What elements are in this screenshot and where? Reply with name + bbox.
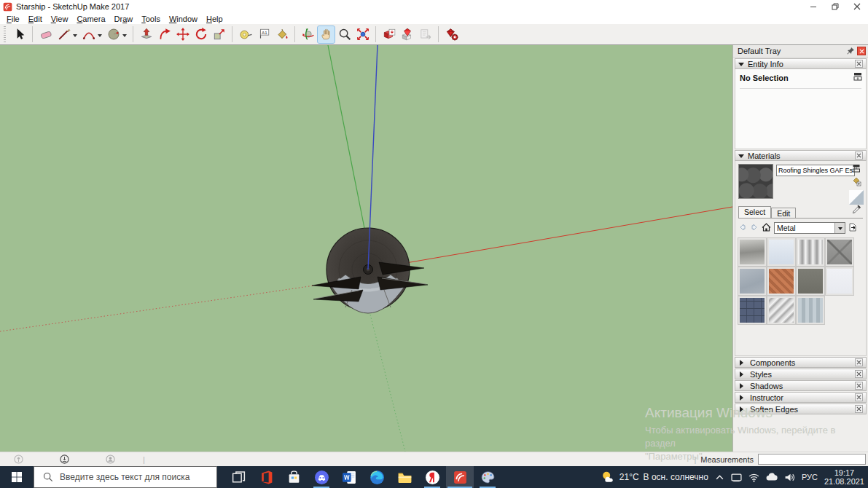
menu-view[interactable]: View [47,15,73,23]
chevron-down-icon[interactable] [834,223,845,233]
section-soften-edges[interactable]: Soften Edges [735,404,867,414]
section-close-icon[interactable] [855,382,863,390]
search-input[interactable] [60,472,202,482]
tablet-icon[interactable] [731,473,742,482]
share-component-tool-icon[interactable] [417,26,434,43]
taskbar-explorer-icon[interactable] [391,466,418,488]
tab-edit[interactable]: Edit [771,208,796,218]
details-arrow-icon[interactable] [848,223,857,233]
section-shadows[interactable]: Shadows [735,380,867,391]
zoom-extents-tool-icon[interactable] [354,26,371,43]
chevron-up-icon[interactable] [715,473,724,482]
taskbar-search[interactable] [34,466,217,488]
taskbar-task-view-icon[interactable] [224,466,252,488]
forward-arrow-icon[interactable] [750,223,759,233]
material-swatch-6[interactable] [767,267,795,295]
section-close-icon[interactable] [855,393,863,401]
paint-bucket-tool-icon[interactable] [273,26,290,43]
scale-tool-icon[interactable] [211,26,227,43]
material-swatch-11[interactable] [797,296,824,324]
text-tool-icon[interactable]: A1 [255,26,272,43]
menu-help[interactable]: Help [202,15,227,23]
entity-info-close-icon[interactable] [855,60,863,68]
credits-icon[interactable] [60,454,69,464]
select-tool-icon[interactable] [11,26,28,43]
circle-dropdown-icon[interactable] [122,34,127,39]
material-swatch-4[interactable] [826,238,853,266]
material-swatch-8[interactable] [826,267,853,295]
menu-camera[interactable]: Camera [72,15,109,23]
pan-tool-icon[interactable] [318,26,335,43]
tab-select[interactable]: Select [738,206,771,218]
menu-file[interactable]: File [2,15,24,23]
toolbar-grip[interactable] [4,26,6,42]
details-toggle-icon[interactable] [853,72,862,82]
rotate-tool-icon[interactable] [192,26,209,43]
taskbar-discord-icon[interactable] [308,466,335,488]
get-models-tool-icon[interactable] [380,26,397,43]
section-close-icon[interactable] [855,405,863,413]
onedrive-cloud-icon[interactable] [766,473,778,481]
starship-model[interactable] [312,228,428,313]
arc-dropdown-icon[interactable] [98,34,102,39]
geolocation-icon[interactable] [14,454,23,464]
material-name-input[interactable] [776,165,855,176]
sign-in-icon[interactable] [106,454,115,464]
start-button[interactable] [0,466,34,488]
viewport[interactable] [0,45,732,452]
move-tool-icon[interactable] [174,26,191,43]
in-model-home-icon[interactable] [762,223,771,233]
material-swatch-1[interactable] [738,238,766,266]
menu-draw[interactable]: Draw [110,15,138,23]
taskbar-store-icon[interactable] [280,466,308,488]
collection-dropdown[interactable]: Metal [774,222,845,234]
section-close-icon[interactable] [855,358,863,366]
material-swatch-3[interactable] [797,238,824,266]
taskbar-sketchup-icon[interactable] [446,466,474,488]
extension-warehouse-tool-icon[interactable] [443,26,460,43]
secondary-pane-icon[interactable] [852,164,861,174]
tape-measure-tool-icon[interactable] [237,26,254,43]
pin-icon[interactable] [846,47,855,55]
section-styles[interactable]: Styles [735,369,867,379]
push-pull-tool-icon[interactable] [138,26,155,43]
menu-edit[interactable]: Edit [24,15,47,23]
section-entity-info[interactable]: Entity Info [735,58,867,69]
close-icon[interactable] [846,0,868,13]
back-arrow-icon[interactable] [738,223,747,233]
line-tool-icon[interactable] [55,26,72,43]
create-material-icon[interactable] [851,176,861,188]
section-materials[interactable]: Materials [735,150,867,161]
follow-me-tool-icon[interactable] [156,26,173,43]
speaker-icon[interactable] [784,473,795,482]
line-dropdown-icon[interactable] [73,34,77,39]
material-swatch-5[interactable] [738,267,766,295]
minimize-button[interactable] [802,0,824,13]
menu-window[interactable]: Window [165,15,202,23]
menu-tools[interactable]: Tools [137,15,165,23]
share-model-tool-icon[interactable] [399,26,415,43]
taskbar-edge-icon[interactable] [363,466,391,488]
orbit-tool-icon[interactable] [300,26,316,43]
taskbar-paint-icon[interactable] [474,466,501,488]
language-indicator[interactable]: РУС [802,473,818,481]
material-swatch-9[interactable] [738,296,766,324]
material-swatch-7[interactable] [797,267,824,295]
section-instructor[interactable]: Instructor [735,392,867,403]
default-material-swatch[interactable] [849,190,864,205]
measurements-input[interactable] [758,454,866,465]
weather-widget[interactable]: 21°C В осн. солнечно [601,470,708,484]
restore-button[interactable] [824,0,846,13]
material-swatch-2[interactable] [767,238,795,266]
materials-close-icon[interactable] [855,151,863,160]
wifi-icon[interactable] [748,473,759,482]
arc-tool-icon[interactable] [80,26,97,43]
material-swatch-10[interactable] [767,296,795,324]
taskbar-yandex-icon[interactable] [418,466,446,488]
eyedropper-icon[interactable] [852,205,861,216]
section-close-icon[interactable] [855,370,863,378]
section-components[interactable]: Components [735,357,867,368]
tray-close-icon[interactable] [857,47,866,55]
taskbar-office-icon[interactable] [252,466,280,488]
zoom-tool-icon[interactable] [336,26,353,43]
